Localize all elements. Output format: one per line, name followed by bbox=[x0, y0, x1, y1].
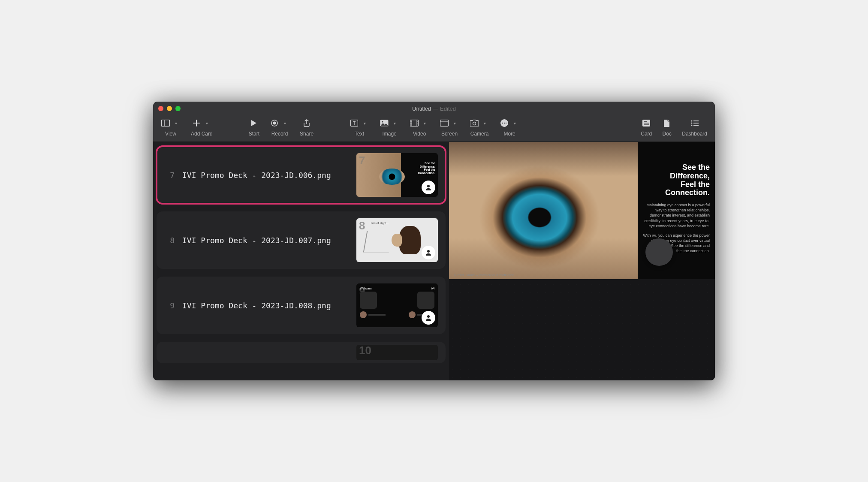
slide-preview: See the Difference, Feel the Connection.… bbox=[449, 142, 715, 279]
thumb-left-label: Webcam bbox=[360, 287, 399, 290]
video-dropdown[interactable]: ▾ bbox=[420, 118, 429, 128]
record-label: Record bbox=[271, 131, 288, 137]
card-index: 8 bbox=[164, 236, 175, 245]
svg-rect-29 bbox=[693, 123, 699, 124]
record-group: ▾ Record bbox=[270, 118, 289, 137]
start-group: Start bbox=[249, 118, 259, 137]
lamp-icon bbox=[363, 231, 393, 253]
add-card-label: Add Card bbox=[191, 131, 213, 137]
card-thumbnail: 10 bbox=[356, 345, 438, 360]
recording-cursor-icon bbox=[645, 238, 673, 266]
record-dropdown[interactable]: ▾ bbox=[280, 118, 289, 128]
title-separator: — bbox=[433, 105, 438, 112]
text-dropdown[interactable]: ▾ bbox=[360, 118, 369, 128]
slide-eye-image bbox=[449, 142, 638, 279]
svg-point-17 bbox=[473, 122, 476, 125]
thumb-heading: See theDifference,Feel theConnection. bbox=[410, 162, 435, 175]
more-label: More bbox=[503, 131, 515, 137]
text-group: T ▾ Text bbox=[350, 118, 369, 137]
svg-point-34 bbox=[427, 315, 430, 318]
window-title: Untitled — Edited bbox=[412, 105, 456, 112]
card-title: IVI Promo Deck - 2023-JD.006.png bbox=[182, 171, 349, 180]
video-button[interactable] bbox=[410, 118, 419, 128]
svg-point-33 bbox=[427, 250, 430, 253]
close-window-button[interactable] bbox=[158, 106, 163, 111]
svg-point-30 bbox=[691, 125, 692, 126]
screen-dropdown[interactable]: ▾ bbox=[450, 118, 459, 128]
image-group: ▾ Image bbox=[380, 118, 399, 137]
svg-point-32 bbox=[427, 185, 430, 187]
dashboard-button[interactable] bbox=[690, 118, 699, 128]
image-dropdown[interactable]: ▾ bbox=[390, 118, 399, 128]
doc-group: Doc bbox=[662, 118, 672, 137]
svg-rect-31 bbox=[693, 125, 699, 126]
view-dropdown[interactable]: ▾ bbox=[171, 118, 181, 128]
silhouette-icon bbox=[417, 292, 434, 309]
card-item-10[interactable]: 10 bbox=[157, 342, 446, 363]
document-title: Untitled bbox=[412, 105, 431, 112]
more-dropdown[interactable]: ▾ bbox=[510, 118, 519, 128]
screen-group: ▾ Screen bbox=[440, 118, 459, 137]
thumb-number: 8 bbox=[359, 219, 365, 232]
svg-point-7 bbox=[382, 121, 383, 123]
face-icon bbox=[399, 226, 421, 254]
image-label: Image bbox=[382, 131, 396, 137]
silhouette-icon bbox=[360, 292, 377, 309]
avatar-icon bbox=[360, 311, 367, 318]
add-card-group: ▾ Add Card bbox=[191, 118, 213, 137]
add-card-button[interactable] bbox=[192, 118, 201, 128]
svg-text:T: T bbox=[353, 120, 356, 126]
text-button[interactable]: T bbox=[350, 118, 359, 128]
thumb-number: 7 bbox=[359, 154, 365, 167]
svg-point-3 bbox=[273, 122, 276, 125]
camera-button[interactable] bbox=[470, 118, 479, 128]
record-button[interactable] bbox=[270, 118, 279, 128]
card-item-9[interactable]: 9 IVI Promo Deck - 2023-JD.008.png 9 Web… bbox=[157, 277, 446, 334]
share-group: Share bbox=[300, 118, 313, 137]
share-button[interactable] bbox=[302, 118, 311, 128]
person-icon bbox=[422, 311, 435, 325]
add-card-dropdown[interactable]: ▾ bbox=[202, 118, 211, 128]
dashboard-label: Dashboard bbox=[682, 131, 707, 137]
card-thumbnail: 8 line of sight... bbox=[356, 218, 438, 262]
zoom-window-button[interactable] bbox=[175, 106, 181, 111]
card-item-8[interactable]: 8 IVI Promo Deck - 2023-JD.007.png 8 lin… bbox=[157, 211, 446, 269]
avatar-icon bbox=[409, 311, 416, 318]
eye-icon bbox=[379, 169, 405, 185]
image-button[interactable] bbox=[380, 118, 389, 128]
slide-footer: © 2023 Luminth – Commercial in Confidenc… bbox=[454, 274, 514, 277]
slide-paragraph-1: Maintaining eye contact is a powerful wa… bbox=[643, 202, 710, 229]
card-thumbnail: 9 Webcam iVi bbox=[356, 283, 438, 327]
video-group: ▾ Video bbox=[410, 118, 429, 137]
svg-point-19 bbox=[502, 123, 503, 124]
person-icon bbox=[422, 181, 435, 194]
card-list[interactable]: 7 IVI Promo Deck - 2023-JD.006.png 7 See… bbox=[153, 142, 449, 380]
svg-rect-8 bbox=[410, 120, 419, 127]
svg-rect-27 bbox=[693, 120, 699, 121]
card-label: Card bbox=[641, 131, 652, 137]
card-index: 9 bbox=[164, 301, 175, 310]
view-button[interactable] bbox=[161, 118, 170, 128]
more-button[interactable] bbox=[500, 118, 509, 128]
camera-label: Camera bbox=[470, 131, 489, 137]
card-thumbnail: 7 See theDifference,Feel theConnection. bbox=[356, 153, 438, 197]
start-button[interactable] bbox=[249, 118, 259, 128]
dashboard-group: Dashboard bbox=[682, 118, 707, 137]
doc-button[interactable] bbox=[662, 118, 672, 128]
camera-dropdown[interactable]: ▾ bbox=[480, 118, 489, 128]
card-button[interactable] bbox=[642, 118, 651, 128]
card-item-7[interactable]: 7 IVI Promo Deck - 2023-JD.006.png 7 See… bbox=[157, 146, 446, 204]
screen-label: Screen bbox=[441, 131, 458, 137]
svg-rect-0 bbox=[162, 120, 170, 127]
card-title: IVI Promo Deck - 2023-JD.007.png bbox=[182, 236, 349, 245]
toolbar: ▾ View ▾ Add Card Start bbox=[153, 115, 715, 142]
screen-button[interactable] bbox=[440, 118, 449, 128]
svg-point-28 bbox=[691, 123, 692, 124]
minimize-window-button[interactable] bbox=[167, 106, 172, 111]
preview-canvas[interactable]: See the Difference, Feel the Connection.… bbox=[449, 142, 715, 380]
svg-rect-15 bbox=[440, 120, 449, 127]
card-index: 7 bbox=[164, 171, 175, 180]
svg-point-26 bbox=[691, 120, 692, 122]
card-group: Card bbox=[641, 118, 652, 137]
text-label: Text bbox=[355, 131, 364, 137]
